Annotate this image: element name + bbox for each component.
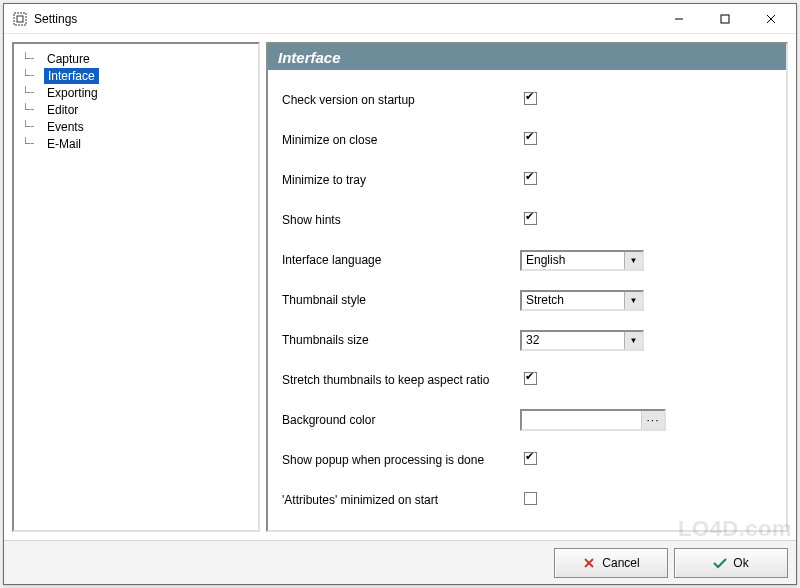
sidebar-item-label: E-Mail [44,137,84,151]
titlebar: Settings [4,4,796,34]
chevron-down-icon: ▼ [624,332,642,349]
setting-label: Interface language [282,253,520,267]
combo-value: Stretch [526,293,624,307]
button-label: Cancel [602,556,639,570]
svg-rect-0 [14,13,26,25]
show-popup-checkbox[interactable] [524,452,537,465]
row-background-color: Background color ··· [282,400,778,440]
row-show-hints: Show hints [282,200,778,240]
setting-label: Stretch thumbnails to keep aspect ratio [282,373,520,387]
sidebar: └╌ Capture └╌ Interface └╌ Exporting └╌ … [12,42,260,532]
background-color-picker[interactable]: ··· [520,409,666,431]
row-attributes-minimized: 'Attributes' minimized on start [282,480,778,520]
thumbnails-size-combo[interactable]: 32 ▼ [520,330,644,351]
row-thumbnails-size: Thumbnails size 32 ▼ [282,320,778,360]
tree-branch-icon: └╌ [22,52,44,65]
setting-label: Show hints [282,213,520,227]
row-show-popup: Show popup when processing is done [282,440,778,480]
show-hints-checkbox[interactable] [524,212,537,225]
thumbnail-style-combo[interactable]: Stretch ▼ [520,290,644,311]
body: └╌ Capture └╌ Interface └╌ Exporting └╌ … [4,34,796,540]
row-thumbnail-style: Thumbnail style Stretch ▼ [282,280,778,320]
app-icon [12,11,28,27]
tree-branch-icon: └╌ [22,69,44,82]
ellipsis-icon: ··· [642,411,664,429]
cancel-button[interactable]: Cancel [554,548,668,578]
svg-rect-1 [17,16,23,22]
tree-branch-icon: └╌ [22,86,44,99]
row-minimize-to-tray: Minimize to tray [282,160,778,200]
sidebar-item-capture[interactable]: └╌ Capture [16,50,256,67]
sidebar-item-label: Capture [44,52,93,66]
combo-value: 32 [526,333,624,347]
interface-language-combo[interactable]: English ▼ [520,250,644,271]
setting-label: 'Attributes' minimized on start [282,493,520,507]
section-header: Interface [268,44,786,70]
row-interface-language: Interface language English ▼ [282,240,778,280]
tree-branch-icon: └╌ [22,137,44,150]
attributes-minimized-checkbox[interactable] [524,492,537,505]
sidebar-item-label: Exporting [44,86,101,100]
stretch-aspect-checkbox[interactable] [524,372,537,385]
check-icon [713,556,727,570]
settings-tree: └╌ Capture └╌ Interface └╌ Exporting └╌ … [16,50,256,152]
tree-branch-icon: └╌ [22,120,44,133]
sidebar-item-exporting[interactable]: └╌ Exporting [16,84,256,101]
setting-label: Thumbnail style [282,293,520,307]
main-panel: Interface Check version on startup Minim… [266,42,788,532]
window-title: Settings [34,12,77,26]
setting-label: Background color [282,413,520,427]
chevron-down-icon: ▼ [624,292,642,309]
sidebar-item-editor[interactable]: └╌ Editor [16,101,256,118]
sidebar-item-label: Events [44,120,87,134]
button-label: Ok [733,556,748,570]
settings-scroll[interactable]: Check version on startup Minimize on clo… [268,70,786,530]
combo-value: English [526,253,624,267]
settings-window: Settings └╌ Capture └╌ Interface [3,3,797,585]
minimize-to-tray-checkbox[interactable] [524,172,537,185]
footer: Cancel Ok [4,540,796,584]
row-check-version: Check version on startup [282,80,778,120]
setting-label: Minimize on close [282,133,520,147]
maximize-button[interactable] [702,5,748,33]
setting-label: Thumbnails size [282,333,520,347]
minimize-on-close-checkbox[interactable] [524,132,537,145]
cross-icon [582,556,596,570]
ok-button[interactable]: Ok [674,548,788,578]
sidebar-item-label: Editor [44,103,81,117]
row-stretch-aspect: Stretch thumbnails to keep aspect ratio [282,360,778,400]
check-version-checkbox[interactable] [524,92,537,105]
sidebar-item-interface[interactable]: └╌ Interface [16,67,256,84]
setting-label: Check version on startup [282,93,520,107]
setting-label: Show popup when processing is done [282,453,520,467]
chevron-down-icon: ▼ [624,252,642,269]
sidebar-item-label: Interface [44,68,99,84]
color-swatch [522,411,642,429]
close-button[interactable] [748,5,794,33]
minimize-button[interactable] [656,5,702,33]
row-minimize-on-close: Minimize on close [282,120,778,160]
sidebar-item-events[interactable]: └╌ Events [16,118,256,135]
setting-label: Minimize to tray [282,173,520,187]
svg-rect-3 [721,15,729,23]
sidebar-item-email[interactable]: └╌ E-Mail [16,135,256,152]
tree-branch-icon: └╌ [22,103,44,116]
